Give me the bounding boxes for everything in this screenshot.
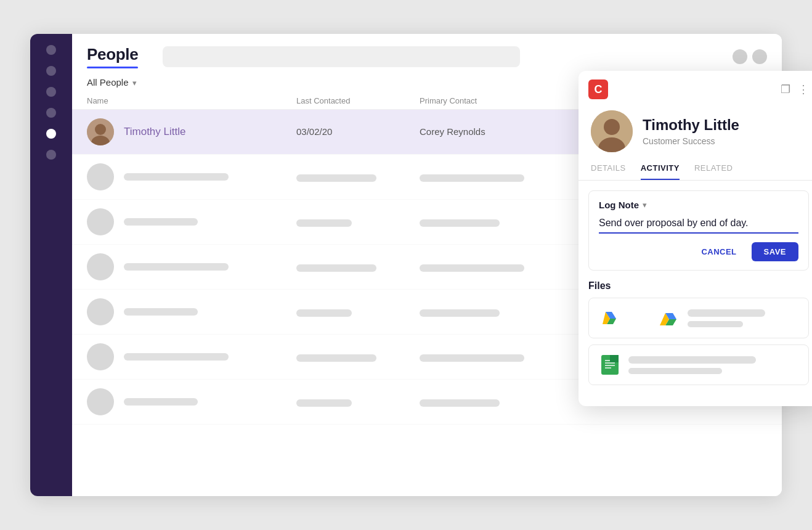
sidebar-item-6[interactable]: [46, 150, 56, 160]
profile-avatar: [591, 110, 633, 152]
row-name-cell: [87, 343, 296, 370]
panel-profile: Timothy Little Customer Success: [579, 108, 812, 163]
sidebar: [30, 34, 72, 496]
action-buttons: CANCEL SAVE: [599, 242, 798, 261]
name-placeholder: [124, 353, 229, 361]
file-item-sheets[interactable]: [588, 344, 809, 385]
name-placeholder: [124, 263, 229, 271]
contact-placeholder: [420, 217, 580, 227]
page-title: People: [87, 45, 138, 64]
more-options-icon[interactable]: ⋮: [798, 83, 809, 96]
avatar-placeholder: [87, 388, 114, 415]
svg-rect-19: [605, 367, 611, 369]
header-icon-1[interactable]: [733, 49, 747, 64]
panel-top-bar: C ❐ ⋮: [579, 71, 812, 108]
row-name-cell: Timothy Little: [87, 118, 296, 145]
all-people-label[interactable]: All People: [87, 77, 129, 88]
date-placeholder: [296, 352, 420, 362]
save-button[interactable]: SAVE: [752, 242, 798, 261]
tab-related[interactable]: RELATED: [694, 163, 733, 180]
avatar-placeholder: [87, 343, 114, 370]
contact-placeholder: [420, 262, 580, 272]
panel-tabs: DETAILS ACTIVITY RELATED: [579, 163, 812, 181]
file-bar-4: [628, 368, 722, 374]
page-title-wrapper: People: [87, 45, 138, 68]
profile-role: Customer Success: [643, 136, 739, 146]
search-bar[interactable]: [163, 46, 520, 67]
date-cell: 03/02/20: [296, 126, 420, 137]
external-link-icon[interactable]: ❐: [781, 83, 790, 96]
drive-svg: [658, 307, 680, 329]
file-placeholder-bars-2: [628, 356, 798, 374]
profile-name: Timothy Little: [643, 116, 739, 134]
log-note-row: Log Note ▾: [599, 200, 798, 210]
file-placeholder-bars: [688, 309, 798, 327]
logo-letter: C: [595, 83, 603, 96]
avatar-placeholder: [87, 298, 114, 325]
note-input[interactable]: [599, 218, 798, 234]
drive-icon-wrapper: [658, 307, 680, 329]
avatar-placeholder: [87, 253, 114, 280]
svg-rect-17: [605, 362, 615, 364]
sheets-icon-wrapper: [599, 354, 621, 376]
activity-area: Log Note ▾ CANCEL SAVE: [588, 190, 809, 271]
col-header-primary-contact: Primary Contact: [420, 96, 580, 105]
app-container: People All People ▾ Name Last Contacted …: [30, 34, 782, 496]
svg-point-4: [604, 119, 620, 135]
name-placeholder: [124, 398, 198, 406]
file-bar-1: [688, 309, 765, 317]
log-note-dropdown-icon[interactable]: ▾: [643, 200, 647, 210]
name-placeholder: [124, 308, 198, 316]
row-name-cell: [87, 253, 296, 280]
date-placeholder: [296, 217, 420, 227]
contact-text: Corey Reynolds: [420, 126, 485, 137]
dropdown-arrow-icon[interactable]: ▾: [132, 78, 137, 88]
files-section: Files: [588, 280, 809, 385]
google-drive-icon-2: [628, 307, 651, 329]
avatar-placeholder: [87, 163, 114, 190]
header-icon-2[interactable]: [752, 49, 767, 64]
row-name-cell: [87, 208, 296, 235]
google-drive-icon: [599, 307, 621, 329]
person-name-timothy: Timothy Little: [124, 126, 185, 138]
cancel-button[interactable]: CANCEL: [694, 242, 744, 261]
contact-placeholder: [420, 172, 580, 182]
svg-point-1: [95, 124, 106, 135]
file-item-drive[interactable]: [588, 298, 809, 338]
file-bar-3: [628, 356, 756, 364]
sheets-svg: [599, 354, 621, 376]
row-name-cell: [87, 298, 296, 325]
date-text: 03/02/20: [296, 126, 332, 137]
log-note-label: Log Note: [599, 200, 639, 210]
contact-placeholder: [420, 307, 580, 317]
row-name-cell: [87, 163, 296, 190]
panel-icons: ❐ ⋮: [781, 83, 809, 96]
date-placeholder: [296, 397, 420, 407]
sidebar-item-2[interactable]: [46, 66, 56, 76]
sidebar-item-3[interactable]: [46, 87, 56, 97]
row-name-cell: [87, 388, 296, 415]
panel-logo: C: [588, 80, 608, 99]
sidebar-item-1[interactable]: [46, 45, 56, 55]
contact-cell: Corey Reynolds: [420, 126, 580, 137]
detail-panel: C ❐ ⋮ Timothy Little Customer Success: [579, 71, 812, 406]
header-icons: [733, 49, 767, 64]
svg-rect-18: [605, 365, 615, 366]
name-placeholder: [124, 218, 198, 226]
contact-placeholder: [420, 352, 580, 362]
date-placeholder: [296, 262, 420, 272]
contact-placeholder: [420, 397, 580, 407]
sidebar-item-4[interactable]: [46, 108, 56, 118]
files-label: Files: [588, 280, 809, 292]
profile-info: Timothy Little Customer Success: [643, 116, 739, 146]
avatar-timothy: [87, 118, 114, 145]
svg-marker-21: [610, 355, 619, 362]
sidebar-item-5[interactable]: [46, 129, 56, 139]
date-placeholder: [296, 307, 420, 317]
date-placeholder: [296, 172, 420, 182]
main-header: People: [72, 34, 782, 68]
tab-details[interactable]: DETAILS: [591, 163, 626, 180]
col-header-name: Name: [87, 96, 296, 105]
tab-activity[interactable]: ACTIVITY: [641, 163, 680, 180]
name-placeholder: [124, 173, 229, 181]
